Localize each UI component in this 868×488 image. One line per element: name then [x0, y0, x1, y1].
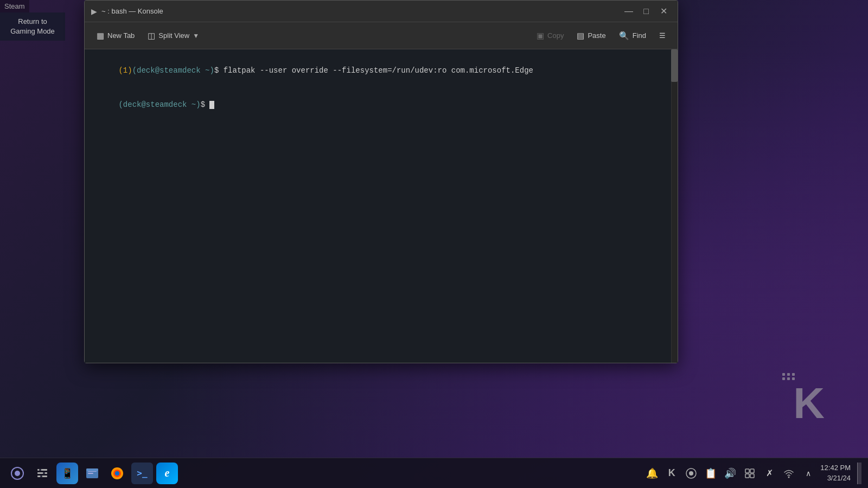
clock-date: 3/21/24: [820, 473, 851, 483]
discover-icon: 📱: [61, 467, 73, 479]
dolphin-taskbar-icon[interactable]: [81, 463, 103, 484]
svg-rect-10: [88, 473, 93, 474]
prompt-dollar-2: $: [201, 100, 205, 109]
paste-icon: ▤: [577, 31, 584, 41]
title-bar: ▶ ~ : bash — Konsole — □ ✕: [85, 1, 678, 22]
steam-icon: [686, 468, 697, 479]
bluetooth-icon[interactable]: ✗: [762, 466, 777, 481]
copy-icon: ▣: [537, 31, 544, 41]
svg-rect-2: [37, 469, 47, 471]
svg-point-5: [39, 468, 41, 471]
svg-point-16: [689, 471, 693, 476]
window-title: ~ : bash — Konsole: [101, 7, 163, 15]
virtual-desktop-icon[interactable]: [742, 466, 757, 481]
kde-system-icon[interactable]: K: [664, 466, 679, 481]
wifi-signal-icon: [783, 468, 794, 479]
discover-store-taskbar-icon[interactable]: 📱: [56, 463, 78, 484]
svg-rect-17: [745, 469, 749, 473]
svg-rect-20: [750, 474, 754, 478]
volume-icon[interactable]: 🔊: [723, 466, 738, 481]
title-bar-controls: — □ ✕: [621, 4, 671, 19]
firefox-icon: [110, 466, 125, 481]
konsole-prompt-icon: >_: [137, 468, 147, 478]
svg-point-1: [15, 471, 20, 476]
prompt-host-1: (deck@steamdeck ~): [132, 66, 214, 75]
steam-tray-icon[interactable]: [684, 466, 699, 481]
split-view-button[interactable]: ◫ Split View ▼: [142, 28, 205, 44]
hamburger-menu-button[interactable]: ☰: [654, 28, 671, 43]
copy-button[interactable]: ▣ Copy: [531, 28, 569, 44]
terminal-line-2: (deck@steamdeck ~)$: [91, 88, 671, 122]
split-view-arrow-icon: ▼: [193, 32, 199, 40]
find-icon: 🔍: [619, 31, 629, 41]
konsole-active-taskbar-icon[interactable]: >_: [131, 463, 153, 484]
system-clock[interactable]: 12:42 PM 3/21/24: [820, 463, 851, 483]
cursor: [209, 101, 214, 109]
settings-icon: [36, 467, 49, 480]
system-settings-taskbar-icon[interactable]: [31, 463, 53, 484]
notification-bell-icon[interactable]: 🔔: [644, 466, 660, 481]
expand-tray-icon[interactable]: ∧: [801, 466, 816, 481]
svg-rect-3: [37, 472, 47, 474]
new-tab-button[interactable]: ▦ New Tab: [91, 28, 140, 44]
edge-icon: e: [165, 467, 170, 479]
svg-rect-18: [750, 469, 754, 473]
scrollbar-thumb[interactable]: [671, 49, 678, 82]
find-button[interactable]: 🔍 Find: [614, 28, 652, 44]
multidesktop-icon: [744, 468, 755, 479]
taskbar: 📱 >_ e 🔔: [0, 458, 868, 488]
svg-rect-11: [86, 468, 98, 471]
maximize-button[interactable]: □: [639, 4, 654, 19]
dolphin-icon: [85, 466, 100, 481]
split-view-icon: ◫: [148, 31, 155, 41]
svg-point-6: [43, 472, 45, 474]
kde-k-letter: K: [793, 378, 825, 428]
konsole-window: ▶ ~ : bash — Konsole — □ ✕ ▦ New Tab ◫ S…: [84, 0, 678, 363]
svg-point-14: [115, 471, 119, 476]
terminal-icon: ▶: [91, 7, 97, 16]
close-button[interactable]: ✕: [656, 4, 671, 19]
title-bar-left: ▶ ~ : bash — Konsole: [91, 7, 163, 16]
firefox-taskbar-icon[interactable]: [106, 463, 128, 484]
clock-time: 12:42 PM: [820, 463, 851, 473]
taskbar-apps: 📱 >_ e: [7, 463, 178, 484]
command-1: flatpak --user override --filesystem=/ru…: [219, 66, 533, 75]
terminal-content[interactable]: (1)(deck@steamdeck ~)$ flatpak --user ov…: [85, 49, 678, 363]
wifi-icon[interactable]: [781, 466, 796, 481]
toolbar: ▦ New Tab ◫ Split View ▼ ▣ Copy ▤ Paste …: [85, 22, 678, 49]
minimize-button[interactable]: —: [621, 4, 636, 19]
paste-button[interactable]: ▤ Paste: [571, 28, 611, 44]
svg-rect-19: [745, 474, 749, 478]
steam-area: Steam Return to Gaming Mode: [0, 0, 65, 41]
prompt-host-2: (deck@steamdeck ~): [118, 100, 200, 109]
terminal-line-1: (1)(deck@steamdeck ~)$ flatpak --user ov…: [91, 54, 671, 88]
steam-label: Steam: [0, 0, 29, 12]
edge-taskbar-icon[interactable]: e: [156, 463, 178, 484]
svg-point-7: [40, 475, 42, 477]
svg-point-21: [788, 476, 790, 478]
kde-app-icon: [10, 466, 24, 480]
history-number: (1): [118, 66, 132, 75]
scrollbar-track[interactable]: [671, 49, 678, 363]
discovery-taskbar-icon[interactable]: [7, 463, 28, 484]
hamburger-menu-icon: ☰: [659, 31, 666, 40]
clipboard-tray-icon[interactable]: 📋: [703, 466, 718, 481]
new-tab-icon: ▦: [97, 31, 104, 41]
show-desktop-button[interactable]: [857, 463, 861, 484]
kde-watermark: K: [793, 378, 825, 428]
system-tray: 🔔 K 📋 🔊 ✗ ∧: [644, 463, 861, 484]
return-to-gaming-button[interactable]: Return to Gaming Mode: [0, 12, 65, 41]
